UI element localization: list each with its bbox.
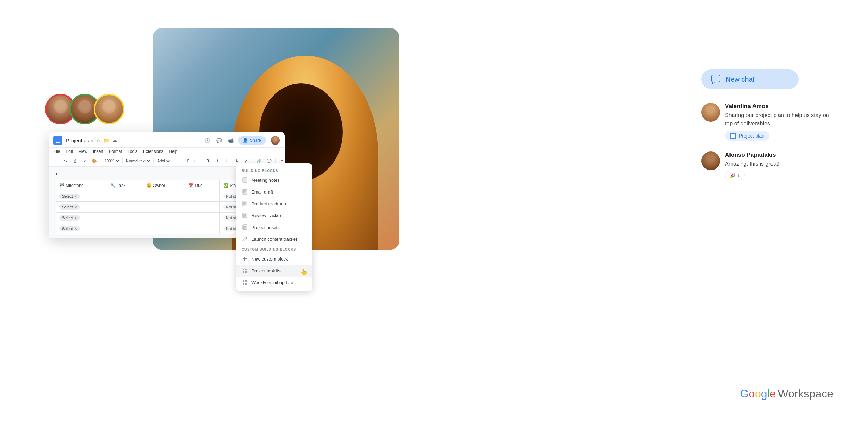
avatar-alonso: [701, 151, 720, 170]
new-chat-button[interactable]: New chat: [701, 69, 799, 89]
folder-icon[interactable]: 📁: [103, 138, 109, 143]
google-workspace-logo: Google Workspace: [740, 387, 833, 400]
building-blocks-dropdown: BUILDING BLOCKS Meeting notes Email draf…: [236, 163, 312, 291]
pencil-icon: [242, 236, 248, 242]
select-tag[interactable]: Select ✕: [59, 215, 80, 221]
menu-extensions[interactable]: Extensions: [143, 149, 164, 154]
menu-item-label: Project task list: [251, 268, 282, 273]
svg-rect-23: [245, 269, 247, 270]
menu-item-meeting-notes[interactable]: Meeting notes: [236, 174, 312, 186]
avatar-3: [94, 94, 124, 124]
chat-attachment-valentina[interactable]: Project plan: [725, 131, 769, 141]
reaction-emoji: 🎉: [729, 173, 735, 178]
svg-rect-28: [243, 283, 244, 285]
docs-menu-bar: File Edit View Insert Format Tools Exten…: [49, 148, 285, 155]
spellcheck-button[interactable]: ✓: [81, 157, 89, 165]
zoom-select[interactable]: 100%: [103, 158, 120, 163]
menu-help[interactable]: Help: [169, 149, 178, 154]
docs-titlebar: Project plan ☆ 📁 ☁ 🕐 💬 📹 👤 Share: [49, 132, 285, 148]
toolbar-sep-4: [173, 158, 173, 164]
menu-item-label: Email draft: [251, 189, 273, 195]
bold-button[interactable]: B: [203, 157, 212, 165]
docs-title: Project plan: [66, 138, 93, 143]
cell-milestone: Select ✕: [56, 202, 107, 213]
attachment-doc-icon: [730, 133, 736, 139]
menu-item-email-draft[interactable]: Email draft: [236, 186, 312, 198]
menu-insert[interactable]: Insert: [93, 149, 103, 154]
history-icon[interactable]: 🕐: [202, 135, 212, 145]
docs-header-right: 🕐 💬 📹 👤 Share: [202, 135, 280, 145]
new-chat-label: New chat: [726, 75, 754, 83]
doc-icon: [242, 177, 248, 183]
toolbar-sep-1: [101, 158, 101, 164]
star-icon[interactable]: ☆: [96, 138, 101, 143]
chat-text-valentina: Sharing our project plan to help us stay…: [725, 111, 833, 128]
cloud-save-icon[interactable]: ☁: [112, 138, 117, 143]
menu-item-project-assets[interactable]: Project assets: [236, 221, 312, 233]
cell-due: [185, 213, 220, 223]
underline-button[interactable]: U: [223, 157, 231, 165]
chat-name-alonso: Alonso Papadakis: [725, 151, 833, 158]
doc-icon: [242, 200, 248, 207]
style-select[interactable]: Normal text: [125, 158, 151, 163]
select-tag[interactable]: Select ✕: [59, 194, 80, 199]
cell-milestone: Select ✕: [56, 223, 107, 234]
share-button[interactable]: 👤 Share: [238, 136, 266, 145]
cell-task: [107, 223, 143, 234]
col-milestone: 🏁 Milestone: [56, 180, 107, 191]
g-letter-green: l: [767, 387, 770, 400]
chat-text-alonso: Amazing, this is great!: [725, 160, 833, 168]
grid-icon: [242, 268, 248, 274]
share-label: Share: [250, 138, 261, 143]
meet-icon[interactable]: 📹: [226, 135, 236, 145]
menu-item-product-roadmap[interactable]: Product roadmap: [236, 198, 312, 209]
svg-rect-22: [243, 269, 244, 270]
chat-panel: New chat Valentina Amos Sharing our proj…: [701, 69, 833, 190]
col-due: 📅 Due: [185, 180, 220, 191]
menu-item-label: Meeting notes: [251, 178, 280, 183]
font-size-decrease[interactable]: −: [175, 157, 184, 165]
menu-item-new-custom-block[interactable]: New custom block: [236, 253, 312, 265]
workspace-text: Workspace: [778, 387, 833, 400]
attachment-label: Project plan: [739, 133, 765, 139]
g-letter-blue: G: [740, 387, 749, 400]
col-task: 🔧 Task: [107, 180, 143, 191]
font-size-increase[interactable]: +: [191, 157, 199, 165]
menu-edit[interactable]: Edit: [66, 149, 73, 154]
cell-owner: [143, 191, 185, 202]
menu-item-review-tracker[interactable]: Review tracker: [236, 209, 312, 221]
comment-icon[interactable]: 💬: [214, 135, 224, 145]
select-tag[interactable]: Select ✕: [59, 226, 80, 231]
menu-item-weekly-email[interactable]: Weekly email update: [236, 277, 312, 288]
g-letter-red: o: [749, 387, 755, 400]
cell-milestone: Select ✕: [56, 213, 107, 223]
docs-icon-shape: [56, 138, 60, 143]
menu-item-launch-content[interactable]: Launch content tracker: [236, 233, 312, 245]
print-button[interactable]: 🖨: [71, 157, 79, 165]
redo-button[interactable]: ↪: [61, 157, 69, 165]
toolbar-sep-5: [201, 158, 201, 164]
cell-due: [185, 202, 220, 213]
chat-name-valentina: Valentina Amos: [725, 103, 833, 110]
reaction-chip[interactable]: 🎉 1: [725, 171, 745, 180]
menu-format[interactable]: Format: [109, 149, 122, 154]
chat-bubble-icon: [711, 74, 721, 84]
cell-milestone: Select ✕: [56, 191, 107, 202]
avatar-valentina: [701, 103, 720, 122]
chat-message-valentina: Valentina Amos Sharing our project plan …: [701, 103, 833, 141]
paint-format-button[interactable]: 🎨: [90, 157, 99, 165]
chat-message-alonso: Alonso Papadakis Amazing, this is great!…: [701, 151, 833, 180]
docs-app-icon: [53, 136, 62, 145]
undo-button[interactable]: ↩: [51, 157, 60, 165]
building-blocks-label: BUILDING BLOCKS: [236, 166, 312, 174]
select-tag[interactable]: Select ✕: [59, 204, 80, 210]
reaction-count: 1: [737, 173, 740, 178]
menu-view[interactable]: View: [78, 149, 87, 154]
cell-task: [107, 191, 143, 202]
italic-button[interactable]: I: [213, 157, 222, 165]
menu-file[interactable]: File: [53, 149, 60, 154]
font-select[interactable]: Arial: [156, 158, 171, 163]
menu-item-label: Review tracker: [251, 213, 281, 218]
menu-tools[interactable]: Tools: [128, 149, 137, 154]
user-avatar: [271, 136, 280, 145]
